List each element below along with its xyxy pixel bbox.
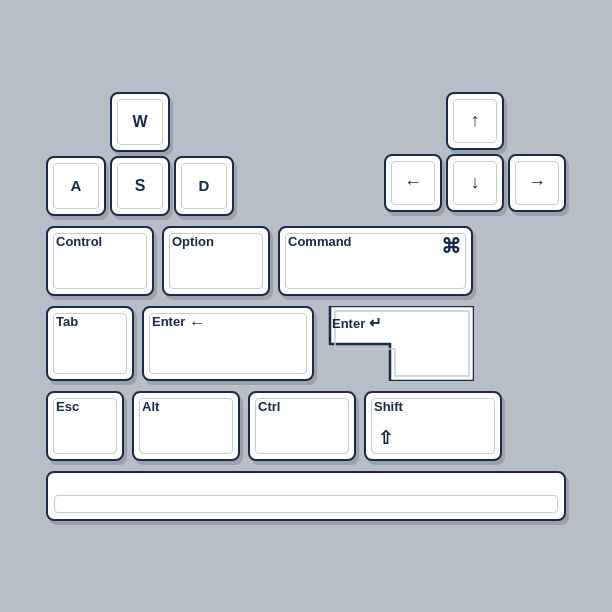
key-enter-small[interactable]: Enter ← bbox=[142, 306, 314, 381]
key-tab[interactable]: Tab bbox=[46, 306, 134, 381]
key-command[interactable]: Command ⌘ bbox=[278, 226, 473, 296]
key-w-label: W bbox=[132, 113, 147, 131]
key-s[interactable]: S bbox=[110, 156, 170, 216]
shift-symbol: ⇧ bbox=[378, 427, 393, 449]
key-control[interactable]: Control bbox=[46, 226, 154, 296]
arrow-up-icon: ↑ bbox=[471, 110, 480, 131]
enter-big-label: Enter↵ bbox=[332, 314, 382, 332]
key-enter-big[interactable]: Enter↵ bbox=[322, 306, 474, 381]
key-arrow-up[interactable]: ↑ bbox=[446, 92, 504, 150]
keyboard-layout: W A S D ↑ bbox=[46, 92, 566, 521]
enter-arrow-icon: ← bbox=[189, 314, 205, 332]
key-a-label: A bbox=[71, 177, 82, 194]
key-alt-label: Alt bbox=[142, 399, 159, 414]
row-esc-shift: Esc Alt Ctrl Shift ⇧ bbox=[46, 391, 566, 461]
key-option[interactable]: Option bbox=[162, 226, 270, 296]
enter-big-arrow: ↵ bbox=[369, 314, 382, 331]
key-spacebar[interactable] bbox=[46, 471, 566, 521]
key-ctrl[interactable]: Ctrl bbox=[248, 391, 356, 461]
key-control-label: Control bbox=[56, 234, 102, 249]
arrow-keys-group: ↑ ← ↓ → bbox=[384, 92, 566, 212]
key-alt[interactable]: Alt bbox=[132, 391, 240, 461]
arrow-right-icon: → bbox=[528, 172, 546, 193]
key-tab-label: Tab bbox=[56, 314, 78, 329]
key-shift-label: Shift bbox=[374, 399, 403, 414]
row-spacebar bbox=[46, 471, 566, 521]
key-arrow-down[interactable]: ↓ bbox=[446, 154, 504, 212]
key-s-label: S bbox=[135, 177, 146, 195]
row-modifiers: Control Option Command ⌘ bbox=[46, 226, 566, 296]
arrow-left-icon: ← bbox=[404, 172, 422, 193]
key-arrow-right[interactable]: → bbox=[508, 154, 566, 212]
row-tab-enter: Tab Enter ← Enter↵ bbox=[46, 306, 566, 381]
key-arrow-left[interactable]: ← bbox=[384, 154, 442, 212]
key-enter-small-label: Enter bbox=[152, 314, 185, 329]
key-command-label: Command bbox=[288, 234, 352, 249]
key-esc[interactable]: Esc bbox=[46, 391, 124, 461]
key-option-label: Option bbox=[172, 234, 214, 249]
row-wasd-arrows: W A S D ↑ bbox=[46, 92, 566, 216]
key-esc-label: Esc bbox=[56, 399, 79, 414]
command-symbol: ⌘ bbox=[441, 234, 461, 258]
key-w[interactable]: W bbox=[110, 92, 170, 152]
key-shift[interactable]: Shift ⇧ bbox=[364, 391, 502, 461]
wasd-group: W A S D bbox=[46, 92, 234, 216]
arrow-down-icon: ↓ bbox=[471, 172, 480, 193]
key-d[interactable]: D bbox=[174, 156, 234, 216]
key-d-label: D bbox=[199, 177, 210, 194]
key-ctrl-label: Ctrl bbox=[258, 399, 280, 414]
key-a[interactable]: A bbox=[46, 156, 106, 216]
